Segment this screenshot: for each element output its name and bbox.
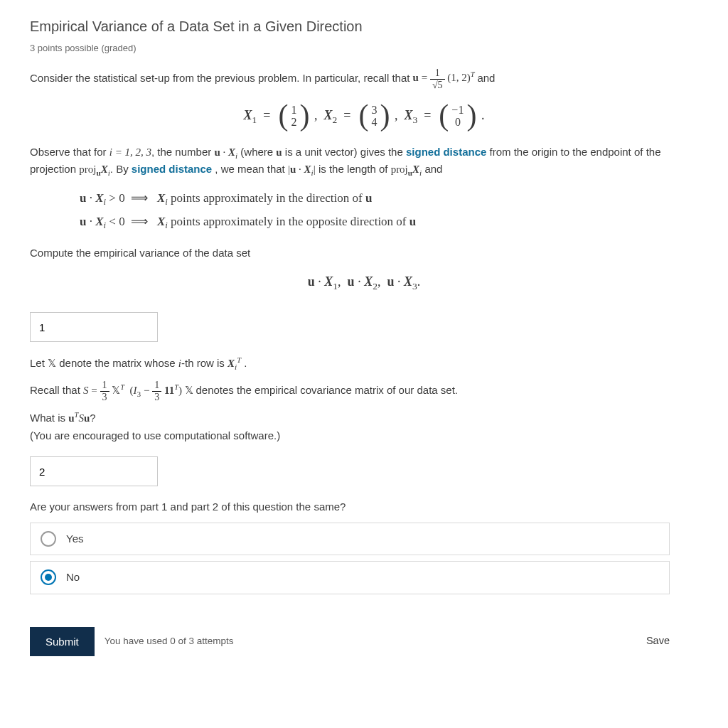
radio-yes[interactable]: Yes [30,523,670,556]
radio-no[interactable]: No [30,561,670,594]
answer-input-1[interactable] [30,312,158,342]
answer-input-2[interactable] [30,456,158,486]
radio-label: Yes [66,531,83,547]
whatis-line: What is uTSu? [30,410,698,427]
submit-button[interactable]: Submit [30,627,95,656]
compute-instruction: Compute the empirical variance of the da… [30,245,698,262]
hint-line: (You are encouraged to use computational… [30,428,698,444]
implications-block: u · Xi > 0 ⟹ Xi points approximately in … [80,188,698,234]
points-possible: 3 points possible (graded) [30,41,698,55]
let-X-paragraph: Let 𝕏 denote the matrix whose i-th row i… [30,355,698,373]
recall-paragraph: Recall that S = 13 𝕏T (I3 − 13 11T) 𝕏 de… [30,380,698,402]
radio-circle-icon [41,569,56,585]
radio-circle-icon [41,531,56,547]
save-button[interactable]: Save [646,633,670,649]
intro-paragraph: Consider the statistical set-up from the… [30,68,698,90]
attempts-text: You have used 0 of 3 attempts [105,634,234,648]
observe-paragraph: Observe that for i = 1, 2, 3, the number… [30,144,698,180]
page-title: Empirical Variance of a Data Set in a Gi… [30,16,698,37]
dataset-expression: u · X1, u · X2, u · X3. [30,272,698,294]
signed-distance-link[interactable]: signed distance [406,146,486,158]
data-vectors-equation: X1 = (12) , X2 = (34) , X3 = (−10) . [30,102,698,132]
signed-distance-link-2[interactable]: signed distance [132,163,212,175]
same-question: Are your answers from part 1 and part 2 … [30,499,698,515]
radio-label: No [66,569,80,586]
